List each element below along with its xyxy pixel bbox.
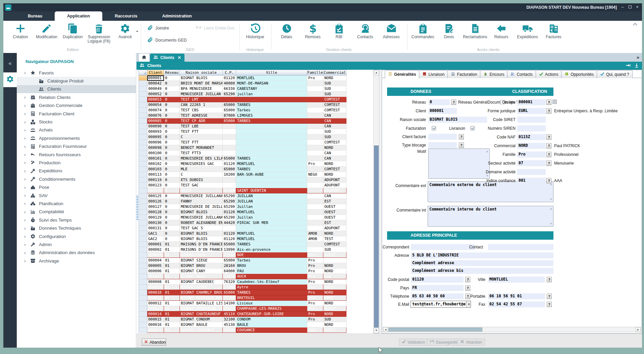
reseau-field[interactable]: 0 xyxy=(428,99,450,105)
type-blocage-field[interactable] xyxy=(428,142,457,148)
row-selector[interactable] xyxy=(139,81,147,86)
chevron-right-icon[interactable]: › xyxy=(24,103,30,108)
column-header-ville[interactable]: Ville xyxy=(236,70,307,75)
joindre-button[interactable]: Joindre xyxy=(147,24,187,32)
sidebar-item[interactable]: › Retours fournisseurs xyxy=(17,151,136,159)
sidebar-item[interactable]: › Favoris xyxy=(17,69,136,77)
table-row[interactable]: 000042 0 BRICO MONT DE MARSA 40000 MONT-… xyxy=(139,81,346,86)
chevron-right-icon[interactable]: › xyxy=(24,226,30,231)
complement-adresse-bis-field[interactable]: Complément adresse bis xyxy=(411,268,553,274)
sidebar-item[interactable]: › Achats xyxy=(17,126,136,134)
facturation-checkbox[interactable] xyxy=(432,126,436,130)
table-row[interactable]: 000093 0 TEST FTT SUD xyxy=(139,129,346,134)
row-selector[interactable] xyxy=(139,199,147,204)
chevron-right-icon[interactable]: › xyxy=(24,70,30,75)
table-row[interactable]: 000102 0 MENUISERIES GAC 01120 MONTLUEL … xyxy=(139,161,346,167)
email-field[interactable]: test@test.fr,fhoubert@elcia.co xyxy=(411,301,471,308)
detail-tab[interactable]: $ Encours xyxy=(480,70,507,78)
row-selector[interactable] xyxy=(139,108,147,113)
row-selector[interactable] xyxy=(139,188,147,193)
table-row[interactable]: 000101 0 MENUISERIE DES LILAS 65000 TARB… xyxy=(139,156,346,161)
table-row[interactable]: 000085 0 TEST CP ADR 65000 TARBES CAN xyxy=(139,118,346,124)
chevron-right-icon[interactable]: › xyxy=(24,234,30,239)
sidebar-item[interactable]: › SAV xyxy=(17,191,136,199)
row-selector[interactable] xyxy=(139,140,147,145)
row-selector[interactable] xyxy=(139,75,147,81)
table-row[interactable]: 000100 0 TEST FTT3 CAN xyxy=(139,151,346,156)
type-blocage-help-button[interactable]: ? xyxy=(459,142,464,148)
detail-tab[interactable]: Opportunités xyxy=(561,70,597,78)
table-row[interactable]: 000095 0 C SUD xyxy=(139,134,346,140)
client-facture-help-button[interactable]: ? xyxy=(459,134,464,139)
table-row[interactable]: 000130 0 ROBERT ALEXANDRE EN 44420 PIRIA… xyxy=(139,220,346,226)
table-row[interactable]: 000003 01 BIGMAT CAEN 47550 BOE Pro OUES… xyxy=(139,252,346,258)
chevron-right-icon[interactable]: › xyxy=(24,135,30,141)
table-row[interactable]: GAC1 0 BIGMAT BLOIS 01120 MONTLUEL AMOB … xyxy=(139,231,346,236)
sidebar-item[interactable]: › Données Techniques xyxy=(17,224,136,232)
ribbon-button[interactable]: Création xyxy=(7,22,34,39)
row-selector[interactable] xyxy=(139,247,147,252)
row-selector[interactable] xyxy=(139,167,147,172)
row-selector[interactable] xyxy=(139,172,147,177)
row-selector[interactable] xyxy=(139,236,147,242)
ribbon-button[interactable]: Délais xyxy=(274,22,300,39)
fax-field[interactable]: 02 54 42 55 87 xyxy=(488,301,545,307)
table-row[interactable]: 000076 0 TEST ADRESSE 87000 LIMOGES CAN xyxy=(139,113,346,118)
table-row[interactable]: 000001 0 BIGMAT BLOIS 01120 MONTLUEL Pro… xyxy=(139,75,346,81)
chevron-right-icon[interactable]: › xyxy=(24,217,30,223)
chevron-right-icon[interactable]: › xyxy=(24,111,30,116)
secteur-activite-field[interactable]: 07 xyxy=(517,160,546,166)
navigator-rail-gear-icon[interactable] xyxy=(3,72,17,87)
portable-help-button[interactable]: ? xyxy=(547,294,552,299)
ribbon-button[interactable]: Contacts xyxy=(352,22,378,39)
column-header-famille[interactable]: Famille xyxy=(307,70,323,75)
sidebar-item[interactable]: › Expéditions xyxy=(17,167,136,175)
numero-siren-field[interactable] xyxy=(517,125,546,131)
column-header-client[interactable]: Client xyxy=(147,70,164,75)
secteur-activite-help-button[interactable]: ? xyxy=(546,161,551,166)
sidebar-item[interactable]: › Facturation Client xyxy=(17,110,136,118)
row-selector[interactable] xyxy=(139,215,147,220)
livraison-checkbox[interactable] xyxy=(470,126,475,130)
collapse-sidebar-button[interactable]: « xyxy=(3,58,17,69)
pays-help-button[interactable]: ? xyxy=(465,285,470,291)
table-row[interactable]: 000125 0 MENUISERIE JUILLANAIS 65290 JUI… xyxy=(139,193,346,199)
portable-field[interactable]: 06 10 56 91 01 xyxy=(488,293,545,299)
row-selector[interactable] xyxy=(139,134,147,140)
scroll-right-icon[interactable]: ► xyxy=(636,327,641,332)
chevron-right-icon[interactable]: › xyxy=(24,201,30,206)
ribbon-button[interactable]: $ Remises xyxy=(300,22,326,39)
tab-overflow-icon[interactable]: » xyxy=(637,54,639,60)
sidebar-item[interactable]: › Relation Clients xyxy=(17,93,136,101)
adresse-field[interactable]: 5 BLD DE L'INDUSTRIE xyxy=(411,252,553,258)
abandon-grid-button[interactable]: Abandon xyxy=(142,339,166,346)
maximize-button[interactable] xyxy=(627,3,633,11)
forme-juridique-help-button[interactable]: ? xyxy=(546,108,551,114)
ribbon-button[interactable]: Modification xyxy=(34,22,60,39)
indice-confiance-field[interactable]: 001 xyxy=(517,178,546,184)
row-selector[interactable] xyxy=(139,210,147,215)
chevron-right-icon[interactable]: › xyxy=(24,95,30,100)
ribbon-button[interactable]: Devis xyxy=(436,22,462,39)
table-row[interactable]: 000119 0 ETS DUBOIS ADUPONT xyxy=(139,177,346,183)
row-selector[interactable] xyxy=(139,317,147,322)
table-row[interactable]: 000053 0 TEST LMT COMTEST xyxy=(139,97,346,102)
sidebar-item[interactable]: › Configuration xyxy=(17,232,136,240)
row-selector[interactable] xyxy=(139,258,147,263)
detail-tab[interactable]: Contacts xyxy=(507,70,536,78)
detail-tab[interactable]: Actions xyxy=(536,70,561,78)
row-selector[interactable] xyxy=(139,263,147,269)
code-naf-field[interactable]: 0115Z xyxy=(517,134,546,140)
chevron-right-icon[interactable]: › xyxy=(24,152,30,157)
column-header-cp[interactable]: C.P. xyxy=(223,70,236,75)
chevron-right-icon[interactable]: › xyxy=(24,193,30,198)
pays-field[interactable]: FR xyxy=(411,285,464,291)
row-selector[interactable] xyxy=(139,306,147,311)
scroll-up-icon[interactable]: ▲ xyxy=(374,70,379,75)
ribbon-button[interactable]: Avancé xyxy=(112,22,138,39)
row-selector[interactable] xyxy=(139,118,147,124)
caret-down-icon[interactable] xyxy=(135,29,140,34)
sidebar-item[interactable]: › Stocks xyxy=(17,118,136,126)
complement-adresse-field[interactable]: Complément adresse xyxy=(411,260,553,266)
sidebar-item[interactable]: › Approvisionnements xyxy=(17,134,136,142)
